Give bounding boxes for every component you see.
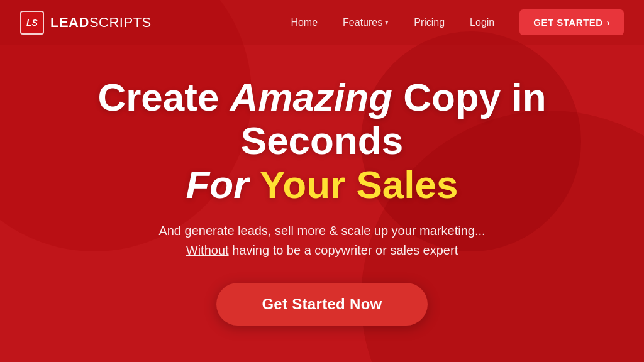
logo-bold-part: LEAD <box>50 14 89 30</box>
hero-section: Create Amazing Copy in Seconds For Your … <box>0 45 644 351</box>
arrow-icon: › <box>607 17 611 28</box>
logo-icon: LS <box>20 11 44 35</box>
page-wrapper: LS LEADSCRIPTS Home Features ▾ Pricing L… <box>0 0 644 362</box>
nav-item-login[interactable]: Login <box>470 17 494 28</box>
nav-item-pricing[interactable]: Pricing <box>414 17 445 28</box>
headline-amazing: Amazing <box>230 75 392 119</box>
logo-rest-part: SCRIPTS <box>89 14 152 30</box>
nav-item-features[interactable]: Features ▾ <box>343 17 389 28</box>
hero-subtext: And generate leads, sell more & scale up… <box>158 221 485 260</box>
logo: LS LEADSCRIPTS <box>20 11 152 35</box>
subtext-line2: having to be a copywriter or sales exper… <box>229 243 458 257</box>
headline-for: For <box>186 163 260 206</box>
main-nav: LS LEADSCRIPTS Home Features ▾ Pricing L… <box>0 0 644 45</box>
chevron-down-icon: ▾ <box>385 18 389 26</box>
nav-item-home[interactable]: Home <box>291 17 318 28</box>
get-started-button[interactable]: Get Started Now <box>216 283 427 326</box>
headline-create: Create <box>97 75 230 119</box>
subtext-without: Without <box>186 243 229 257</box>
logo-text: LEADSCRIPTS <box>50 14 152 31</box>
headline-your-sales: Your Sales <box>260 163 458 206</box>
nav-get-started-button[interactable]: GET STARTED › <box>519 9 624 35</box>
subtext-line1: And generate leads, sell more & scale up… <box>158 224 485 238</box>
nav-links: Home Features ▾ Pricing Login GET STARTE… <box>291 9 624 35</box>
hero-headline: Create Amazing Copy in Seconds For Your … <box>38 75 606 206</box>
